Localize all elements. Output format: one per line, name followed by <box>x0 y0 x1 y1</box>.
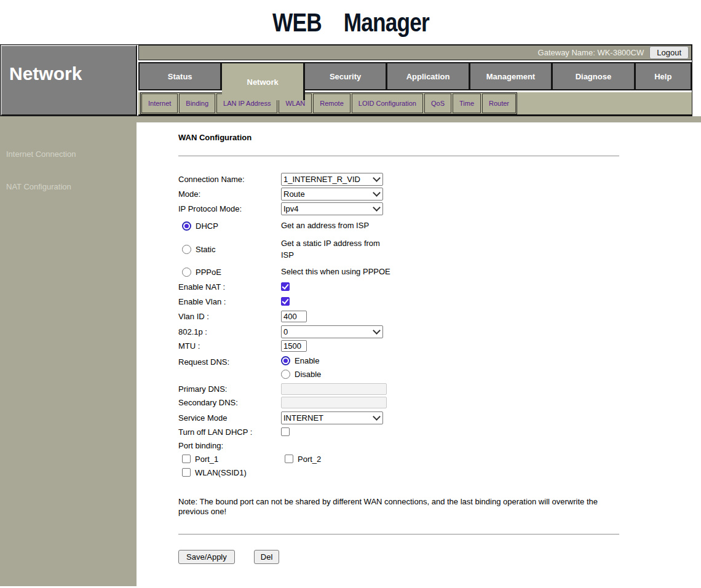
subnav-row: Internet Binding LAN IP Address WLAN Rem… <box>138 92 692 116</box>
vlan-id-row: Vlan ID : <box>178 311 701 322</box>
enable-nat-label: Enable NAT : <box>178 282 281 292</box>
wlan-ssid1-checkbox[interactable] <box>182 468 191 477</box>
wlan-ssid1-label: WLAN(SSID1) <box>195 468 247 477</box>
ip-protocol-mode-select[interactable]: Ipv4 <box>281 202 383 215</box>
secondary-dns-row: Secondary DNS: <box>178 397 701 408</box>
secondary-dns-input[interactable] <box>281 397 387 408</box>
dhcp-row: DHCP Get an address from ISP <box>178 220 701 232</box>
request-dns-label: Request DNS: <box>178 356 281 367</box>
request-dns-row: Request DNS: Enable Disable <box>178 356 701 383</box>
request-dns-enable-radio[interactable] <box>281 356 290 365</box>
main-tabs: Status Network Security Application Mana… <box>138 62 692 90</box>
mode-label: Mode: <box>178 189 281 199</box>
8021p-value: 0 <box>283 327 288 336</box>
enable-nat-row: Enable NAT : <box>178 281 701 293</box>
turn-off-lan-dhcp-checkbox[interactable] <box>281 427 290 436</box>
tab-status[interactable]: Status <box>140 63 222 90</box>
port-binding-label: Port binding: <box>178 441 281 450</box>
static-radio-label: Static <box>196 245 216 254</box>
8021p-label: 802.1p : <box>178 327 281 336</box>
mtu-row: MTU : <box>178 340 701 352</box>
chevron-down-icon <box>373 327 381 335</box>
sidebar: Internet Connection NAT Configuration <box>0 122 137 586</box>
pppoe-description: Select this when using PPPOE <box>281 266 390 278</box>
save-apply-button[interactable]: Save/Apply <box>178 550 235 564</box>
page-title: WEB Manager <box>272 7 429 38</box>
chevron-down-icon <box>373 189 381 197</box>
subtab-time[interactable]: Time <box>453 93 481 113</box>
pppoe-radio[interactable] <box>182 268 191 277</box>
subtab-binding[interactable]: Binding <box>179 93 215 113</box>
pppoe-radio-label: PPPoE <box>196 268 221 277</box>
sidebar-item-nat-configuration[interactable]: NAT Configuration <box>0 182 137 191</box>
request-dns-disable-label: Disable <box>295 370 321 379</box>
header: Network Gateway Name: WK-3800CW Logout S… <box>0 44 692 116</box>
request-dns-options: Enable Disable <box>281 356 321 383</box>
request-dns-disable-option: Disable <box>281 370 321 379</box>
connection-name-row: Connection Name: 1_INTERNET_R_VID <box>178 173 701 186</box>
mode-row: Mode: Route <box>178 188 701 201</box>
section-title: Network <box>1 45 137 116</box>
request-dns-enable-label: Enable <box>295 356 319 365</box>
ip-protocol-mode-value: Ipv4 <box>283 204 299 213</box>
vlan-id-input[interactable] <box>281 311 307 322</box>
request-dns-enable-option: Enable <box>281 356 321 365</box>
tab-network[interactable]: Network <box>222 63 304 100</box>
divider-bottom <box>178 534 619 534</box>
divider-top <box>178 156 619 156</box>
form-heading: WAN Configuration <box>178 133 701 142</box>
logout-button[interactable]: Logout <box>649 46 689 59</box>
port-1-label: Port_1 <box>195 455 218 464</box>
note-text: Note: The bound port can not be shared b… <box>178 497 612 517</box>
enable-nat-checkbox[interactable] <box>281 282 290 291</box>
enable-vlan-row: Enable Vlan : <box>178 296 701 308</box>
wlan-ssid1-row: WLAN(SSID1) <box>178 467 701 479</box>
subtab-internet[interactable]: Internet <box>141 93 178 113</box>
gateway-name-label: Gateway Name: WK-3800CW <box>538 48 644 57</box>
port-binding-row: Port binding: <box>178 440 701 451</box>
primary-dns-input[interactable] <box>281 383 387 395</box>
port-1-checkbox[interactable] <box>182 455 191 463</box>
chevron-down-icon <box>373 413 381 421</box>
header-bottom-strip <box>0 116 701 122</box>
connection-name-select[interactable]: 1_INTERNET_R_VID <box>281 173 383 186</box>
pppoe-row: PPPoE Select this when using PPPOE <box>178 266 701 278</box>
service-mode-value: INTERNET <box>283 413 323 423</box>
dhcp-description: Get an address from ISP <box>281 220 369 232</box>
subtab-remote[interactable]: Remote <box>313 93 350 113</box>
tab-diagnose[interactable]: Diagnose <box>553 63 635 90</box>
mtu-input[interactable] <box>281 340 307 352</box>
static-description: Get a static IP address from ISP <box>281 238 390 261</box>
port-2-checkbox[interactable] <box>285 455 293 463</box>
subnav-group: Internet Binding LAN IP Address WLAN Rem… <box>140 92 517 114</box>
secondary-dns-label: Secondary DNS: <box>178 398 281 407</box>
request-dns-disable-radio[interactable] <box>281 370 290 379</box>
tab-help[interactable]: Help <box>636 63 691 90</box>
del-button[interactable]: Del <box>254 550 280 564</box>
service-mode-select[interactable]: INTERNET <box>281 411 383 424</box>
subtab-loid-configuration[interactable]: LOID Configuration <box>352 93 423 113</box>
primary-dns-row: Primary DNS: <box>178 383 701 395</box>
service-mode-label: Service Mode <box>178 413 281 423</box>
turn-off-lan-dhcp-label: Turn off LAN DHCP : <box>178 427 281 437</box>
subtab-router[interactable]: Router <box>482 93 516 113</box>
dhcp-radio[interactable] <box>182 221 191 231</box>
vlan-id-label: Vlan ID : <box>178 312 281 321</box>
connection-name-label: Connection Name: <box>178 175 281 184</box>
content: Internet Connection NAT Configuration WA… <box>0 122 701 586</box>
enable-vlan-checkbox[interactable] <box>281 297 290 306</box>
tab-management[interactable]: Management <box>470 63 553 90</box>
tab-security[interactable]: Security <box>305 63 387 90</box>
static-radio[interactable] <box>182 245 191 254</box>
tab-application[interactable]: Application <box>387 63 470 90</box>
sidebar-item-internet-connection[interactable]: Internet Connection <box>0 149 137 159</box>
chevron-down-icon <box>373 174 381 182</box>
8021p-row: 802.1p : 0 <box>178 325 701 338</box>
subtab-qos[interactable]: QoS <box>424 93 451 113</box>
mtu-label: MTU : <box>178 341 281 351</box>
8021p-select[interactable]: 0 <box>281 325 383 338</box>
main-panel: WAN Configuration Connection Name: 1_INT… <box>137 122 701 586</box>
primary-dns-label: Primary DNS: <box>178 384 281 394</box>
mode-select[interactable]: Route <box>281 188 383 201</box>
ip-protocol-mode-row: IP Protocol Mode: Ipv4 <box>178 202 701 215</box>
